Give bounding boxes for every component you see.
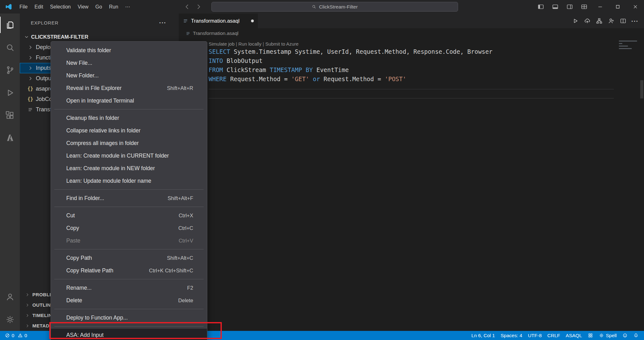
activity-azure[interactable] bbox=[0, 127, 20, 149]
minimize-button[interactable] bbox=[591, 0, 609, 14]
activity-extensions[interactable] bbox=[0, 104, 20, 127]
status-eol[interactable]: CRLF bbox=[544, 331, 563, 340]
activity-source-control[interactable] bbox=[0, 59, 20, 81]
hierarchy-button[interactable] bbox=[594, 16, 604, 26]
tree-root-folder[interactable]: CLICKSTREAM-FILTER bbox=[20, 32, 179, 42]
menu-item-label: Copy bbox=[66, 225, 79, 231]
scrollbar-thumb[interactable] bbox=[640, 80, 643, 98]
activity-explorer[interactable] bbox=[0, 14, 20, 36]
code-token: WHERE bbox=[209, 75, 226, 82]
maximize-button[interactable] bbox=[609, 0, 626, 14]
codelens-link-submit-to-azure[interactable]: Submit to Azure bbox=[265, 41, 298, 47]
command-center-search[interactable]: ClickStream-Filter bbox=[211, 2, 458, 12]
menu-item-label: Paste bbox=[66, 237, 80, 244]
menu-item-learn-update-module-folder-name[interactable]: Learn: Update module folder name bbox=[51, 175, 207, 187]
customize-layout-button[interactable] bbox=[577, 0, 591, 14]
title-bar-controls bbox=[533, 0, 644, 14]
menu-item-collapse-relative-links-in-folder[interactable]: Collapse relative links in folder bbox=[51, 124, 207, 137]
tab-transformation-asaql[interactable]: Transformation.asaql bbox=[179, 14, 258, 28]
run-icon bbox=[572, 18, 579, 24]
sidebar-more-actions-icon[interactable]: ··· bbox=[159, 20, 167, 25]
codelens-link-run-locally[interactable]: Run locally bbox=[238, 41, 261, 47]
chevron-right-icon bbox=[25, 313, 30, 318]
split-editor-button[interactable] bbox=[618, 16, 628, 26]
menu-item-paste[interactable]: PasteCtrl+V bbox=[51, 234, 207, 247]
status-indentation[interactable]: Spaces: 4 bbox=[498, 331, 525, 340]
menu-view[interactable]: View bbox=[74, 0, 92, 14]
annotation-red-box bbox=[49, 322, 222, 339]
person-button[interactable] bbox=[606, 16, 616, 26]
menu-item-cleanup-files-in-folder[interactable]: Cleanup files in folder bbox=[51, 112, 207, 124]
menu-selection[interactable]: Selection bbox=[46, 0, 74, 14]
menu-edit[interactable]: Edit bbox=[31, 0, 47, 14]
code-token: System.Timestamp Systime, UserId, Reques… bbox=[230, 48, 493, 55]
menu-item-new-folder[interactable]: New Folder... bbox=[51, 69, 207, 82]
menu-item-validate-this-folder[interactable]: Validate this folder bbox=[51, 44, 207, 57]
menu-run[interactable]: Run bbox=[106, 0, 122, 14]
activity-manage[interactable] bbox=[0, 308, 20, 331]
menu-item-rename[interactable]: Rename...F2 bbox=[51, 281, 207, 294]
menu-separator bbox=[54, 249, 204, 249]
menu-more[interactable]: ⋯ bbox=[122, 0, 134, 14]
status-encoding[interactable]: UTF-8 bbox=[525, 331, 544, 340]
menu-item-label: Copy Relative Path bbox=[66, 267, 113, 274]
menu-item-label: Validate this folder bbox=[66, 47, 111, 54]
codelens: Simulate job | Run locally | Submit to A… bbox=[179, 38, 644, 47]
code-editor[interactable]: Simulate job | Run locally | Submit to A… bbox=[179, 38, 644, 331]
toggle-secondary-sidebar-button[interactable] bbox=[562, 0, 577, 14]
run-button[interactable] bbox=[570, 16, 581, 26]
cloud-upload-button[interactable] bbox=[582, 16, 592, 26]
modified-dot-icon[interactable] bbox=[251, 20, 254, 22]
menu-item-copy-path[interactable]: Copy PathShift+Alt+C bbox=[51, 252, 207, 264]
status-extension-status[interactable] bbox=[585, 331, 596, 340]
menu-item-delete[interactable]: DeleteDelete bbox=[51, 294, 207, 307]
breadcrumb[interactable]: Transformation.asaql bbox=[179, 28, 644, 38]
menu-item-learn-create-module-in-current-folder[interactable]: Learn: Create module in CURRENT folder bbox=[51, 149, 207, 162]
status-cursor-position[interactable]: Ln 6, Col 1 bbox=[469, 331, 498, 340]
search-icon bbox=[5, 43, 15, 52]
chevron-right-icon bbox=[28, 45, 33, 50]
context-menu: Validate this folderNew File...New Folde… bbox=[51, 41, 207, 340]
menu-item-new-file[interactable]: New File... bbox=[51, 57, 207, 69]
menu-item-open-in-integrated-terminal[interactable]: Open in Integrated Terminal bbox=[51, 94, 207, 107]
minimap[interactable] bbox=[619, 39, 639, 51]
menu-item-learn-create-module-in-new-folder[interactable]: Learn: Create module in NEW folder bbox=[51, 162, 207, 175]
status-errors[interactable]: 0 bbox=[3, 331, 16, 340]
menu-item-copy-relative-path[interactable]: Copy Relative PathCtrl+K Ctrl+Shift+C bbox=[51, 264, 207, 277]
activity-accounts[interactable] bbox=[0, 286, 20, 308]
menu-item-find-in-folder[interactable]: Find in Folder...Shift+Alt+F bbox=[51, 192, 207, 204]
menu-item-compress-all-images-in-folder[interactable]: Compress all images in folder bbox=[51, 137, 207, 149]
activity-bottom bbox=[0, 286, 20, 331]
toggle-primary-sidebar-button[interactable] bbox=[533, 0, 548, 14]
menu-item-reveal-in-file-explorer[interactable]: Reveal in File ExplorerShift+Alt+R bbox=[51, 82, 207, 94]
code-line: SELECT System.Timestamp Systime, UserId,… bbox=[179, 47, 644, 56]
codelens-link-simulate-job[interactable]: Simulate job bbox=[209, 41, 235, 47]
activity-run-debug[interactable] bbox=[0, 81, 20, 104]
more-button[interactable]: ··· bbox=[630, 16, 640, 26]
menu-file[interactable]: File bbox=[16, 0, 31, 14]
status-warnings[interactable]: 0 bbox=[16, 331, 29, 340]
menu-item-copy[interactable]: CopyCtrl+C bbox=[51, 222, 207, 234]
codelens-separator: | bbox=[235, 41, 238, 47]
close-icon bbox=[632, 4, 638, 10]
activity-search[interactable] bbox=[0, 36, 20, 59]
status-language-mode[interactable]: ASAQL bbox=[563, 331, 585, 340]
status-feedback[interactable] bbox=[619, 331, 630, 340]
minimap-line bbox=[619, 43, 622, 44]
run-debug-icon bbox=[5, 88, 15, 98]
sidebar-title: EXPLORER bbox=[31, 20, 58, 25]
menu-item-cut[interactable]: CutCtrl+X bbox=[51, 209, 207, 222]
azure-icon bbox=[5, 133, 15, 143]
menu-bar: FileEditSelectionViewGoRun⋯ bbox=[16, 0, 134, 14]
toggle-panel-button[interactable] bbox=[548, 0, 562, 14]
close-button[interactable] bbox=[626, 0, 644, 14]
back-arrow-icon[interactable] bbox=[184, 3, 190, 10]
minimap-line bbox=[619, 46, 628, 47]
forward-arrow-icon[interactable] bbox=[195, 3, 202, 10]
menu-item-label: Compress all images in folder bbox=[66, 140, 139, 147]
menu-go[interactable]: Go bbox=[92, 0, 106, 14]
more-icon: ··· bbox=[632, 18, 638, 24]
status-spell-checker[interactable]: Spell bbox=[596, 331, 619, 340]
status-notifications[interactable] bbox=[630, 331, 641, 340]
menu-item-shortcut: Ctrl+K Ctrl+Shift+C bbox=[139, 268, 193, 274]
